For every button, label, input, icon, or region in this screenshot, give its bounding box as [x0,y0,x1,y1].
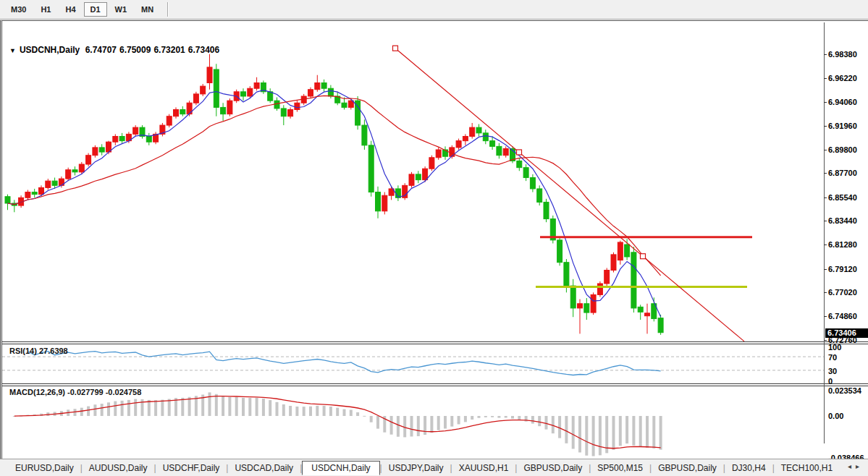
macd-histogram-bar [154,400,157,416]
timeframe-button-mn[interactable]: MN [135,2,160,17]
pane-separator[interactable] [2,341,868,342]
candle-body [59,179,64,185]
macd-histogram-bar [497,416,500,418]
macd-histogram-bar [161,400,164,416]
price-chart-canvas[interactable] [2,21,868,476]
candle-body [591,294,596,313]
chart-tab-usdjpy-daily[interactable]: USDJPY,Daily [382,462,450,475]
macd-histogram-bar [619,416,622,446]
candle-body [146,136,151,142]
macd-histogram-bar [13,416,16,417]
chart-tab-eurusd-daily[interactable]: EURUSD,Daily [9,462,80,475]
candle-body [268,92,273,101]
macd-histogram-bar [20,416,22,417]
trendline-anchor-square [393,46,398,51]
macd-histogram-bar [235,397,238,416]
macd-histogram-bar [87,407,90,416]
candle-body [193,94,198,103]
candle-body [429,158,434,169]
chart-tab-gbpusd-daily[interactable]: GBPUSD,Daily [517,462,589,475]
rsi-scale-label: 30 [828,367,837,375]
price-axis-tick [824,126,827,127]
candle-body [618,242,623,260]
ohlc-high: 6.75009 [119,45,151,55]
macd-histogram-bar [625,416,628,443]
candle-body [355,101,361,125]
candle-body [510,148,515,161]
macd-histogram-bar [208,392,211,416]
rsi-scale-label: 100 [828,343,841,352]
macd-histogram-bar [80,408,83,416]
collapse-triangle-icon[interactable]: ▼ [9,47,16,54]
candle-body [476,127,481,133]
chart-tab-xauusd-h1[interactable]: XAUUSD,H1 [452,462,515,475]
chart-tab-audusd-daily[interactable]: AUDUSD,Daily [83,462,154,475]
macd-histogram-bar [181,398,184,416]
chart-tab-gbpusd-daily[interactable]: GBPUSD,Daily [652,462,723,475]
macd-histogram-bar [174,398,177,416]
timeframe-button-w1[interactable]: W1 [109,2,134,17]
candle-body [376,192,381,211]
macd-histogram-bar [26,415,29,416]
macd-histogram-bar [148,400,151,416]
macd-signal-value: -0.024758 [106,388,142,396]
candle-body [167,116,172,125]
chart-tab-sp500-m15[interactable]: SP500,M15 [591,462,649,475]
macd-histogram-bar [309,407,312,416]
macd-histogram-bar [605,416,608,453]
price-axis-tick [824,292,827,293]
candle-body [578,304,583,308]
timeframe-button-m30[interactable]: M30 [4,2,33,17]
macd-histogram-bar [491,416,494,417]
timeframe-button-h1[interactable]: H1 [34,2,57,17]
macd-histogram-bar [316,406,319,416]
macd-histogram-bar [141,399,144,416]
macd-histogram-bar [60,411,63,416]
toolbar-separator [167,2,169,17]
candle-body [254,82,259,88]
pane-separator[interactable] [2,383,868,384]
macd-histogram-bar [558,416,561,438]
chart-tab-tech100-h1[interactable]: TECH100,H1 [775,462,839,475]
macd-histogram-bar [444,416,447,428]
candle-body [537,189,542,202]
candle-body [288,109,293,116]
macd-histogram-bar [565,416,568,443]
macd-histogram-bar [464,416,467,422]
chart-tab-usdcnh-daily[interactable]: USDCNH,Daily [302,461,379,475]
tab-scroll-arrows[interactable]: ◂▸ [848,462,864,470]
chart-tab-usdchf-daily[interactable]: USDCHF,Daily [156,462,227,475]
macd-histogram-bar [592,416,595,456]
candle-body [32,192,37,195]
pane-separator[interactable] [2,344,868,344]
price-axis-tick [824,221,827,221]
candle-body [530,178,535,189]
tab-scroll-right-icon[interactable]: ▸ [856,462,864,470]
candle-body [301,96,306,103]
candle-body [308,90,313,96]
timeframe-button-d1[interactable]: D1 [84,2,107,17]
pane-separator[interactable] [2,386,868,386]
chart-symbol-label: USDCNH,Daily [20,45,80,55]
candle-body [66,170,71,179]
candle-body [25,192,30,198]
price-axis-label: 6.81280 [828,240,857,249]
chart-tab-usdcad-daily[interactable]: USDCAD,Daily [228,462,300,475]
candle-body [321,82,326,88]
chart-window[interactable]: ▼USDCNH,Daily 6.747076.750096.732016.734… [0,20,868,459]
candle-body [315,82,320,89]
macd-histogram-bar [242,398,245,416]
candle-body [126,134,131,140]
candle-body [423,169,428,179]
candle-body [631,252,636,308]
macd-histogram-bar [599,416,602,455]
ohlc-open: 6.74707 [85,45,117,55]
macd-histogram-bar [323,406,326,416]
macd-histogram-bar [525,416,528,422]
chart-tab-dj30-h4[interactable]: DJ30,H4 [725,462,772,475]
tab-scroll-left-icon[interactable]: ◂ [848,462,856,470]
candle-body [652,304,657,319]
candle-body [241,92,246,96]
macd-histogram-bar [40,414,43,416]
timeframe-button-h4[interactable]: H4 [59,2,82,17]
